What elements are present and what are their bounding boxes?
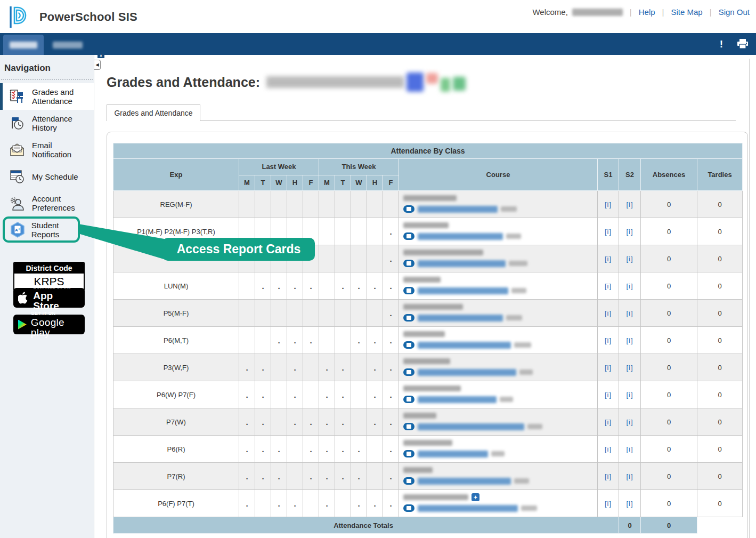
s1-info-link[interactable]: [i] xyxy=(605,228,612,236)
app-store-badge[interactable]: Download on the App Store xyxy=(13,288,85,308)
day-cell: . xyxy=(303,327,319,354)
day-cell xyxy=(319,245,335,272)
sidebar-item-student-reports[interactable]: A⁺ Student Reports xyxy=(5,219,78,240)
day-cell xyxy=(367,436,383,463)
teacher-link-redacted[interactable] xyxy=(418,423,524,430)
email-teacher-icon[interactable] xyxy=(403,423,414,430)
teacher-link-redacted[interactable] xyxy=(418,260,506,267)
teacher-link-redacted[interactable] xyxy=(418,206,498,213)
main-navbar: ! xyxy=(0,33,756,55)
s1-info-link[interactable]: [i] xyxy=(605,364,612,372)
email-teacher-icon[interactable] xyxy=(403,396,414,403)
teacher-link-redacted[interactable] xyxy=(418,451,488,457)
course-name-redacted xyxy=(403,386,461,391)
s2-info-link[interactable]: [i] xyxy=(626,391,633,399)
s1-info-link[interactable]: [i] xyxy=(605,418,612,426)
collapse-sidebar-handle[interactable]: ◀ xyxy=(94,60,101,70)
s1-info-link[interactable]: [i] xyxy=(605,336,612,344)
s2-info-link[interactable]: [i] xyxy=(626,255,633,263)
teacher-link-redacted[interactable] xyxy=(418,233,503,240)
alert-icon[interactable]: ! xyxy=(720,38,723,50)
s2-info-link[interactable]: [i] xyxy=(626,309,633,317)
tardies-cell: 0 xyxy=(697,490,743,517)
s1-info-link[interactable]: [i] xyxy=(605,200,612,208)
email-teacher-icon[interactable] xyxy=(403,450,414,457)
s2-info-link[interactable]: [i] xyxy=(626,418,633,426)
email-teacher-icon[interactable] xyxy=(403,205,414,213)
email-teacher-icon[interactable] xyxy=(403,260,414,267)
app-store-line2: App Store xyxy=(33,291,80,311)
s1-info-link[interactable]: [i] xyxy=(605,472,612,480)
day-cell xyxy=(303,490,319,517)
email-teacher-icon[interactable] xyxy=(403,341,414,349)
teacher-link-redacted[interactable] xyxy=(418,369,516,376)
s1-info-link[interactable]: [i] xyxy=(605,445,612,453)
s2-info-link[interactable]: [i] xyxy=(626,364,633,372)
s2-info-link[interactable]: [i] xyxy=(626,336,633,344)
sidebar-item-account-preferences[interactable]: Account Preferences xyxy=(0,190,94,216)
s2-info-link[interactable]: [i] xyxy=(626,200,633,208)
s1-cell: [i] xyxy=(598,272,619,300)
top-header: PowerSchool SIS Welcome, | Help | Site M… xyxy=(0,0,756,33)
sign-out-link[interactable]: Sign Out xyxy=(719,7,750,17)
day-cell: . xyxy=(335,436,351,463)
email-teacher-icon[interactable] xyxy=(403,232,414,240)
email-teacher-icon[interactable] xyxy=(403,504,414,512)
day-header: T xyxy=(255,175,271,191)
day-cell xyxy=(255,191,271,218)
day-cell: . xyxy=(383,245,399,272)
nav-tab-student-2[interactable] xyxy=(49,35,86,55)
table-row: P6(W) P7(F) . . . . . . . ✦ [i] [i] 0 0 xyxy=(113,381,743,408)
teacher-link-redacted[interactable] xyxy=(418,315,503,322)
day-cell: . xyxy=(367,408,383,436)
s1-info-link[interactable]: [i] xyxy=(605,309,612,317)
s1-info-link[interactable]: [i] xyxy=(605,282,612,290)
s2-info-link[interactable]: [i] xyxy=(626,282,633,290)
help-link[interactable]: Help xyxy=(639,7,655,17)
powerschool-logo-icon xyxy=(7,5,32,29)
sidebar-item-my-schedule[interactable]: My Schedule xyxy=(0,163,94,190)
day-cell xyxy=(303,191,319,218)
s1-info-link[interactable]: [i] xyxy=(605,500,612,508)
exp-cell: REG(M-F) xyxy=(113,191,239,218)
table-row: LUN(M) . . . . . . . . ✦ [i] [i] 0 0 xyxy=(113,272,743,300)
course-name-redacted xyxy=(403,440,452,446)
sidebar-item-email-notification[interactable]: Email Notification xyxy=(0,136,94,163)
col-header-s1: S1 xyxy=(598,159,619,191)
s1-info-link[interactable]: [i] xyxy=(605,255,612,263)
day-cell: . xyxy=(383,436,399,463)
sidebar-item-grades-and-attendance[interactable]: Grades and Attendance xyxy=(0,83,94,110)
tardies-cell: 0 xyxy=(697,245,743,272)
day-cell: . xyxy=(255,463,271,490)
scroll-up-button[interactable]: ▲ xyxy=(97,52,104,58)
s2-info-link[interactable]: [i] xyxy=(626,472,633,480)
col-header-last-week: Last Week xyxy=(239,159,319,175)
day-cell: . xyxy=(383,408,399,436)
teacher-link-redacted[interactable] xyxy=(418,396,497,403)
s2-info-link[interactable]: [i] xyxy=(626,500,633,508)
print-icon[interactable] xyxy=(737,39,749,49)
nav-tab-student-1[interactable] xyxy=(3,35,44,55)
email-teacher-icon[interactable] xyxy=(403,477,414,485)
teacher-link-redacted[interactable] xyxy=(418,287,508,294)
teacher-link-redacted[interactable] xyxy=(418,478,511,485)
email-teacher-icon[interactable] xyxy=(403,287,414,294)
teacher-link-redacted[interactable] xyxy=(418,342,511,349)
email-teacher-icon[interactable] xyxy=(403,314,414,322)
teacher-link-redacted[interactable] xyxy=(418,505,518,512)
day-cell: . xyxy=(319,354,335,381)
day-cell xyxy=(367,463,383,490)
email-teacher-icon[interactable] xyxy=(403,368,414,376)
course-name-redacted xyxy=(403,277,441,283)
google-play-badge[interactable]: GET IT ON Google play xyxy=(13,315,85,334)
s2-info-link[interactable]: [i] xyxy=(626,228,633,236)
tab-grades-and-attendance[interactable]: Grades and Attendance xyxy=(107,105,200,121)
site-map-link[interactable]: Site Map xyxy=(671,7,703,17)
day-cell xyxy=(383,191,399,218)
s1-info-link[interactable]: [i] xyxy=(605,391,612,399)
account-preferences-icon xyxy=(7,196,27,211)
sidebar-item-attendance-history[interactable]: Attendance History xyxy=(0,110,94,136)
s2-info-link[interactable]: [i] xyxy=(626,445,633,453)
course-name-redacted xyxy=(403,195,457,201)
course-name-redacted xyxy=(403,331,445,337)
